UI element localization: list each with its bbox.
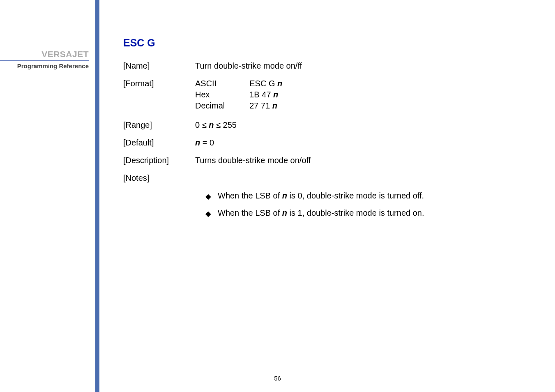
format-ascii-row: ASCII ESC G n bbox=[195, 79, 307, 90]
format-hex-label: Hex bbox=[195, 90, 249, 101]
diamond-bullet-icon: ◆ bbox=[205, 191, 211, 202]
format-decimal-row: Decimal 27 71 n bbox=[195, 101, 307, 112]
name-row: [Name] Turn double-strike mode on/ff bbox=[123, 61, 493, 71]
format-label: [Format] bbox=[123, 79, 195, 112]
range-param: n bbox=[209, 120, 214, 129]
description-label: [Description] bbox=[123, 156, 195, 165]
format-decimal-param: n bbox=[272, 101, 277, 110]
main-content: ESC G [Name] Turn double-strike mode on/… bbox=[123, 37, 493, 226]
default-label: [Default] bbox=[123, 138, 195, 148]
notes-value bbox=[195, 173, 493, 183]
format-hex-value: 1B 47 n bbox=[249, 90, 307, 101]
default-value: n = 0 bbox=[195, 138, 493, 148]
format-table: ASCII ESC G n Hex 1B 47 n Decimal bbox=[195, 79, 307, 112]
range-label: [Range] bbox=[123, 120, 195, 130]
page-number: 56 bbox=[0, 375, 555, 382]
note-suffix: is 1, double-strike mode is turned on. bbox=[287, 208, 424, 217]
range-row: [Range] 0 ≤ n ≤ 255 bbox=[123, 120, 493, 130]
format-ascii-prefix: ESC G bbox=[249, 79, 277, 88]
default-suffix: = 0 bbox=[200, 138, 214, 147]
note-item: ◆ When the LSB of n is 0, double-strike … bbox=[205, 191, 493, 202]
note-param: n bbox=[282, 191, 287, 200]
format-decimal-value: 27 71 n bbox=[249, 101, 307, 112]
note-text: When the LSB of n is 0, double-strike mo… bbox=[218, 191, 424, 201]
command-title: ESC G bbox=[123, 37, 493, 49]
default-row: [Default] n = 0 bbox=[123, 138, 493, 148]
format-ascii-value: ESC G n bbox=[249, 79, 307, 90]
format-decimal-label: Decimal bbox=[195, 101, 249, 112]
range-value: 0 ≤ n ≤ 255 bbox=[195, 120, 493, 130]
diamond-bullet-icon: ◆ bbox=[205, 208, 211, 219]
note-suffix: is 0, double-strike mode is turned off. bbox=[287, 191, 424, 200]
notes-row: [Notes] bbox=[123, 173, 493, 183]
sidebar: VERSAJET Programming Reference bbox=[0, 49, 94, 69]
page-container: VERSAJET Programming Reference ESC G [Na… bbox=[0, 0, 555, 392]
note-text: When the LSB of n is 1, double-strike mo… bbox=[218, 208, 424, 218]
format-hex-prefix: 1B 47 bbox=[249, 90, 273, 99]
format-hex-param: n bbox=[273, 90, 278, 99]
note-param: n bbox=[282, 208, 287, 217]
range-prefix: 0 ≤ bbox=[195, 120, 209, 129]
vertical-divider-bar bbox=[95, 0, 99, 392]
notes-list: ◆ When the LSB of n is 0, double-strike … bbox=[205, 191, 493, 219]
description-value: Turns double-strike mode on/off bbox=[195, 156, 493, 165]
format-ascii-label: ASCII bbox=[195, 79, 249, 90]
format-hex-row: Hex 1B 47 n bbox=[195, 90, 307, 101]
name-label: [Name] bbox=[123, 61, 195, 71]
note-item: ◆ When the LSB of n is 1, double-strike … bbox=[205, 208, 493, 219]
default-param: n bbox=[195, 138, 200, 147]
format-decimal-prefix: 27 71 bbox=[249, 101, 272, 110]
note-prefix: When the LSB of bbox=[218, 191, 282, 200]
format-ascii-param: n bbox=[277, 79, 282, 88]
description-row: [Description] Turns double-strike mode o… bbox=[123, 156, 493, 165]
brand-title: VERSAJET bbox=[0, 49, 89, 61]
notes-label: [Notes] bbox=[123, 173, 195, 183]
format-row: [Format] ASCII ESC G n Hex 1B 47 n bbox=[123, 79, 493, 112]
sidebar-subtitle: Programming Reference bbox=[0, 62, 89, 69]
format-value: ASCII ESC G n Hex 1B 47 n Decimal bbox=[195, 79, 493, 112]
note-prefix: When the LSB of bbox=[218, 208, 282, 217]
range-suffix: ≤ 255 bbox=[214, 120, 236, 129]
name-value: Turn double-strike mode on/ff bbox=[195, 61, 493, 71]
